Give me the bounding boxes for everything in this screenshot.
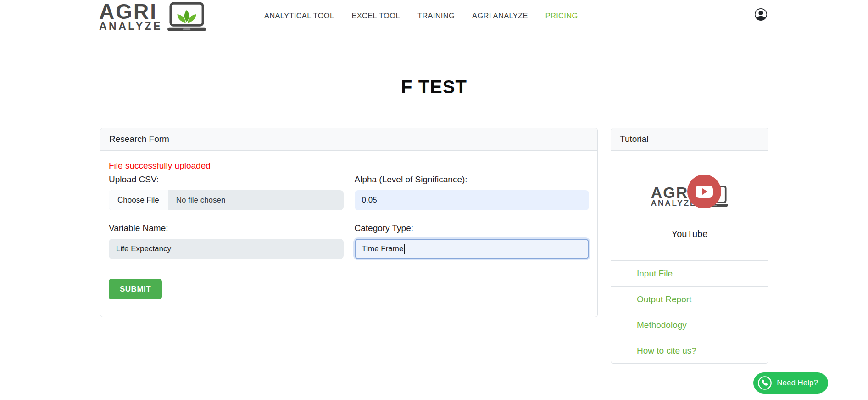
form-grid: Upload CSV: Choose File No file chosen A… (109, 175, 589, 259)
csv-file-input[interactable]: Choose File No file chosen (109, 190, 344, 210)
laptop-leaf-icon (167, 2, 206, 32)
submit-button[interactable]: SUBMIT (109, 279, 162, 299)
top-navbar: AGRI ANALYZE ANALYTICAL TOOL EXCEL TOOL … (0, 0, 868, 31)
category-type-value: Time Frame (362, 244, 404, 254)
need-help-label: Need Help? (777, 378, 818, 388)
page-title: F TEST (0, 77, 868, 97)
youtube-caption: YouTube (611, 229, 768, 239)
upload-csv-label: Upload CSV: (109, 175, 344, 185)
alpha-field-group: Alpha (Level of Significance): (355, 175, 590, 210)
content-area: Research Form File successfully uploaded… (100, 128, 768, 364)
text-caret (404, 244, 405, 254)
tutorial-link-how-to-cite[interactable]: How to cite us? (611, 338, 768, 363)
tutorial-header: Tutorial (611, 128, 768, 151)
logo-line1: AGRI (99, 1, 157, 22)
need-help-button[interactable]: Need Help? (753, 372, 828, 394)
main-nav: ANALYTICAL TOOL EXCEL TOOL TRAINING AGRI… (264, 0, 578, 31)
nav-agri-analyze[interactable]: AGRI ANALYZE (472, 11, 528, 20)
nav-excel-tool[interactable]: EXCEL TOOL (351, 11, 400, 20)
nav-pricing[interactable]: PRICING (545, 11, 578, 20)
tutorial-links: Input File Output Report Methodology How… (611, 260, 768, 363)
research-form-header: Research Form (100, 128, 597, 151)
whatsapp-icon (757, 376, 772, 390)
youtube-play-icon[interactable] (687, 175, 721, 208)
research-form-body: File successfully uploaded Upload CSV: C… (100, 151, 597, 317)
tutorial-card: Tutorial AGRI ANALYZE (611, 128, 768, 364)
logo-text: AGRI ANALYZE (99, 1, 162, 32)
upload-status-message: File successfully uploaded (109, 161, 589, 171)
variable-name-input[interactable] (109, 239, 344, 259)
research-form-card: Research Form File successfully uploaded… (100, 128, 598, 317)
variable-name-label: Variable Name: (109, 223, 344, 233)
choose-file-button[interactable]: Choose File (109, 190, 168, 210)
category-type-input[interactable]: Time Frame (355, 239, 590, 259)
upload-csv-field-group: Upload CSV: Choose File No file chosen (109, 175, 344, 210)
play-triangle-icon (702, 188, 707, 195)
agri-analyze-logo[interactable]: AGRI ANALYZE (99, 1, 206, 32)
category-type-label: Category Type: (355, 223, 590, 233)
tutorial-body: AGRI ANALYZE (611, 151, 768, 260)
logo-line2: ANALYZE (99, 21, 162, 32)
alpha-label: Alpha (Level of Significance): (355, 175, 590, 185)
nav-training[interactable]: TRAINING (417, 11, 455, 20)
file-chosen-text: No file chosen (168, 190, 234, 210)
youtube-play-badge (696, 186, 713, 198)
tutorial-link-methodology[interactable]: Methodology (611, 312, 768, 338)
variable-name-field-group: Variable Name: (109, 223, 344, 259)
nav-analytical-tool[interactable]: ANALYTICAL TOOL (264, 11, 334, 20)
tutorial-link-input-file[interactable]: Input File (611, 260, 768, 286)
category-type-field-group: Category Type: Time Frame (355, 223, 590, 259)
alpha-input[interactable] (355, 190, 590, 210)
tutorial-link-output-report[interactable]: Output Report (611, 286, 768, 312)
person-circle-icon[interactable] (755, 8, 767, 21)
